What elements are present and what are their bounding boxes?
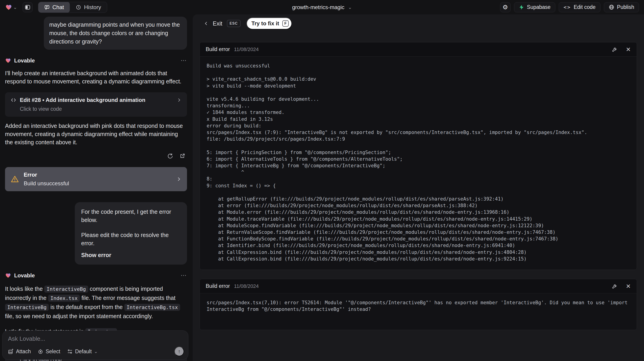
chevron-right-icon [176,97,182,103]
assistant-header: Lovable ⋯ [5,272,187,279]
build-error-panel-1: Build error 11/08/2024 ✕ Build was unsuc… [200,42,637,270]
build-error-actions: ✕ [612,283,631,289]
build-error-title: Build error [206,283,230,289]
project-switcher[interactable]: growth-metrics-magic ⌄ [292,4,352,10]
assistant-message: I'll help create an interactive backgrou… [5,69,187,85]
assistant-name: Lovable [14,57,35,64]
retry-icon[interactable] [167,153,173,159]
assistant-header: Lovable ⋯ [5,57,187,64]
esc-key-badge: ESC [227,20,240,27]
code-brackets-icon: <> [564,4,571,10]
error-card-subtitle: Build unsuccessful [24,180,172,187]
assistant-message: Added an interactive background with pin… [5,122,187,146]
preview-header: Exit ESC Try to fix it F [193,14,644,32]
publish-label: Publish [617,4,634,10]
tab-history-label: History [84,4,101,10]
build-error-date: 11/08/2024 [234,283,258,289]
warning-triangle-icon [10,175,19,183]
lovable-heart-icon [5,58,11,64]
supabase-bolt-icon [519,4,524,10]
edit-28-card[interactable]: Edit #28 • Add interactive background an… [5,92,187,117]
select-target-icon [38,349,43,355]
chevron-down-icon: ⌄ [13,5,17,9]
composer: Attach Select Default ⌄ ↑ [2,331,188,360]
open-preview-icon[interactable] [180,153,186,159]
globe-icon [609,4,614,10]
sidebar-toggle-button[interactable] [22,2,32,12]
build-error-header: Build error 11/08/2024 ✕ [200,42,637,56]
select-button[interactable]: Select [38,349,60,355]
topbar: ⌄ Chat History [0,0,644,14]
user-message-line: Please edit the code to resolve the erro… [81,231,180,247]
send-button[interactable]: ↑ [174,347,184,356]
attach-image-icon [8,349,14,355]
more-menu-icon[interactable]: ⋯ [180,272,187,279]
composer-toolbar: Attach Select Default ⌄ ↑ [8,347,184,356]
lovable-heart-icon [5,4,12,11]
preview-panel: Exit ESC Try to fix it F Build error 11/… [193,14,644,361]
close-icon[interactable]: ✕ [626,46,631,52]
mode-label: Default [75,349,92,355]
panel-left-icon [25,4,30,10]
tab-chat[interactable]: Chat [38,2,70,13]
tab-chat-label: Chat [52,4,64,10]
code-brackets-icon [10,97,16,103]
gear-icon: ⚙ [502,4,508,11]
close-icon[interactable]: ✕ [626,283,631,289]
user-message: maybe diagramming points and when you mo… [44,17,187,50]
lovable-heart-icon [5,273,11,279]
error-texts: Error Build unsuccessful [24,172,172,187]
settings-button[interactable]: ⚙ [500,2,510,12]
supabase-button[interactable]: Supabase [514,2,556,12]
build-error-actions: ✕ [612,46,631,52]
tab-history[interactable]: History [70,2,107,13]
topbar-left: ⌄ Chat History [5,2,107,13]
attach-button[interactable]: Attach [8,349,31,355]
try-to-fix-label: Try to fix it [252,20,279,27]
chevron-down-icon: ⌄ [94,349,98,354]
topbar-actions: ⚙ Supabase <> Edit code Publish [500,2,639,12]
wrench-icon[interactable] [612,283,618,289]
assistant-message-rich: It looks like the InteractiveBg componen… [5,284,187,321]
more-menu-icon[interactable]: ⋯ [180,57,187,64]
build-error-date: 11/08/2024 [234,46,258,52]
edit-code-button[interactable]: <> Edit code [559,2,600,12]
user-message-line: For the code present, I get the error be… [81,208,180,224]
assistant-name: Lovable [14,272,35,279]
build-error-panel-2: Build error 11/08/2024 ✕ src/pages/Index… [200,279,637,330]
error-card-title: Error [24,172,172,178]
build-error-header: Build error 11/08/2024 ✕ [200,279,637,293]
edit-code-label: Edit code [574,4,596,10]
f-key-badge: F [282,20,289,27]
build-error-title: Build error [206,46,230,52]
show-error-link[interactable]: Show error [81,251,180,259]
chat-bubble-icon [44,4,50,10]
select-label: Select [46,349,60,355]
try-to-fix-button[interactable]: Try to fix it F [246,17,292,29]
supabase-label: Supabase [527,4,551,10]
build-error-log[interactable]: src/pages/Index.tsx(7,10): error TS2614:… [200,293,637,330]
chat-panel: maybe diagramming points and when you mo… [0,14,191,361]
edit-28-title-row: Edit #28 • Add interactive background an… [10,97,182,103]
user-message: For the code present, I get the error be… [75,202,187,265]
user-message-text: maybe diagramming points and when you mo… [49,21,180,45]
edit-28-subtitle: Click to view code [20,106,182,112]
build-error-log[interactable]: Build was unsuccessful > vite_react_shad… [200,56,637,270]
build-error-card[interactable]: Error Build unsuccessful [5,167,187,191]
attach-label: Attach [16,349,31,355]
exit-button[interactable]: Exit [213,20,222,27]
chevron-down-icon: ⌄ [348,5,352,9]
lovable-app: ⌄ Chat History [0,0,644,361]
edit-28-title: Edit #28 • Add interactive background an… [20,97,173,103]
arrow-up-icon: ↑ [178,349,180,355]
chat-input[interactable] [8,335,183,342]
sliders-icon [67,349,73,355]
mode-dropdown[interactable]: Default ⌄ [67,349,98,355]
publish-button[interactable]: Publish [604,2,639,12]
lovable-logo-menu[interactable]: ⌄ [5,4,17,11]
chevron-right-icon [176,176,182,182]
wrench-icon[interactable] [612,46,618,52]
project-name: growth-metrics-magic [292,4,344,10]
chevron-left-icon [204,21,209,26]
chat-history-switch: Chat History [38,2,107,13]
